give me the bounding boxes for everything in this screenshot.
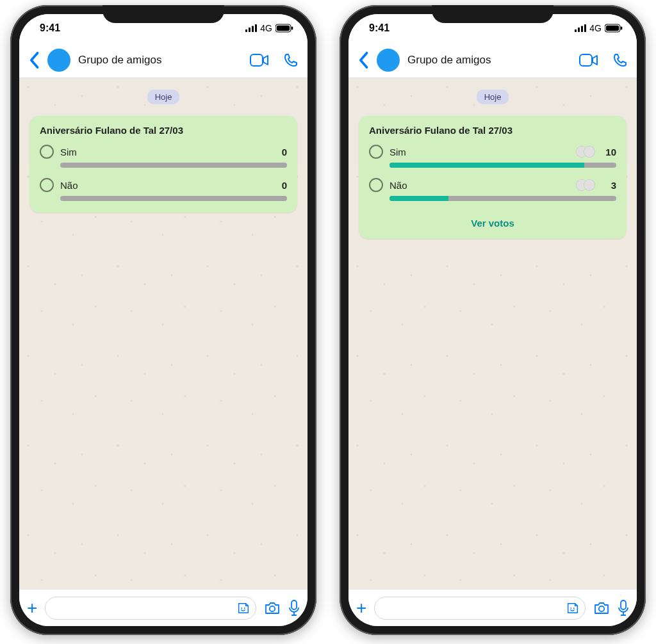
- poll-option-2[interactable]: Não 3: [369, 178, 616, 201]
- back-button[interactable]: [357, 51, 369, 69]
- network-label: 4G: [589, 23, 602, 33]
- sticker-icon[interactable]: [566, 601, 580, 615]
- poll-progress-bar: [390, 163, 616, 168]
- poll-option-2[interactable]: Não 0: [40, 178, 287, 201]
- svg-rect-7: [250, 54, 263, 66]
- poll-message: Aniversário Fulano de Tal 27/03 Sim 0 Nã…: [29, 116, 297, 213]
- phone-frame-left: 9:41 4G Grupo de amigos Hoje Aniversário…: [10, 5, 316, 635]
- svg-rect-0: [245, 29, 247, 32]
- radio-icon[interactable]: [369, 145, 383, 159]
- battery-icon: [275, 24, 293, 33]
- poll-option-1[interactable]: Sim 0: [40, 145, 287, 168]
- attach-button[interactable]: +: [356, 599, 366, 617]
- status-right: 4G: [575, 23, 623, 33]
- poll-option-1[interactable]: Sim 10: [369, 145, 616, 168]
- poll-message: Aniversário Fulano de Tal 27/03 Sim 10: [359, 116, 627, 239]
- status-time: 9:41: [369, 22, 390, 34]
- svg-rect-14: [575, 29, 577, 32]
- chat-header: Grupo de amigos: [348, 42, 637, 78]
- chat-body[interactable]: Hoje Aniversário Fulano de Tal 27/03 Sim…: [348, 78, 637, 589]
- poll-option-label: Não: [390, 180, 569, 191]
- avatar-icon: [583, 145, 596, 158]
- microphone-button[interactable]: [288, 600, 300, 616]
- svg-rect-21: [580, 54, 592, 66]
- radio-icon[interactable]: [40, 145, 54, 159]
- message-input-bar: +: [19, 589, 308, 626]
- chat-title[interactable]: Grupo de amigos: [407, 54, 571, 67]
- voter-avatars: [575, 145, 596, 158]
- status-time: 9:41: [40, 22, 60, 34]
- poll-question: Aniversário Fulano de Tal 27/03: [369, 125, 616, 136]
- poll-option-count: 0: [275, 180, 287, 191]
- voice-call-button[interactable]: [283, 52, 299, 68]
- view-votes-button[interactable]: Ver votos: [369, 211, 616, 230]
- voice-call-button[interactable]: [612, 52, 628, 68]
- battery-icon: [605, 24, 623, 33]
- poll-option-label: Sim: [390, 147, 569, 157]
- status-right: 4G: [245, 23, 293, 33]
- svg-point-8: [241, 608, 242, 609]
- chat-body[interactable]: Hoje Aniversário Fulano de Tal 27/03 Sim…: [19, 78, 308, 589]
- svg-rect-15: [578, 28, 580, 32]
- radio-icon[interactable]: [40, 178, 54, 192]
- sticker-icon[interactable]: [236, 601, 250, 615]
- notch: [102, 5, 224, 23]
- svg-rect-25: [621, 600, 626, 609]
- microphone-button[interactable]: [618, 600, 629, 616]
- voter-avatars: [575, 179, 596, 191]
- chat-avatar[interactable]: [47, 49, 70, 72]
- poll-option-count: 0: [275, 147, 287, 157]
- svg-rect-20: [621, 27, 622, 30]
- svg-point-23: [573, 608, 575, 609]
- chat-header: Grupo de amigos: [19, 42, 308, 78]
- svg-rect-5: [277, 26, 290, 31]
- video-call-button[interactable]: [250, 54, 269, 67]
- avatar-icon: [583, 179, 596, 191]
- radio-icon[interactable]: [369, 178, 383, 192]
- chat-avatar[interactable]: [377, 49, 400, 72]
- svg-point-22: [570, 608, 571, 609]
- svg-rect-3: [255, 24, 257, 32]
- svg-point-24: [599, 606, 604, 611]
- message-input-bar: +: [348, 589, 637, 626]
- poll-progress-bar: [60, 196, 287, 201]
- camera-button[interactable]: [593, 601, 610, 615]
- poll-option-count: 3: [605, 180, 616, 191]
- message-text-input[interactable]: [374, 597, 586, 620]
- attach-button[interactable]: +: [27, 599, 37, 617]
- date-separator: Hoje: [147, 90, 180, 104]
- date-separator: Hoje: [477, 90, 509, 104]
- svg-rect-6: [291, 27, 293, 30]
- camera-button[interactable]: [264, 601, 281, 615]
- video-call-button[interactable]: [579, 54, 598, 67]
- screen: 9:41 4G Grupo de amigos Hoje Aniversário…: [19, 14, 308, 626]
- svg-rect-1: [249, 28, 250, 32]
- poll-progress-bar: [60, 163, 287, 168]
- svg-rect-19: [606, 26, 619, 31]
- poll-option-label: Sim: [60, 147, 269, 157]
- svg-rect-11: [291, 600, 297, 609]
- svg-point-9: [244, 608, 245, 609]
- cellular-signal-icon: [575, 24, 586, 32]
- notch: [432, 5, 554, 23]
- network-label: 4G: [260, 23, 272, 33]
- svg-point-10: [270, 606, 275, 611]
- svg-rect-17: [584, 24, 586, 32]
- message-text-input[interactable]: [45, 597, 256, 620]
- phone-frame-right: 9:41 4G Grupo de amigos Hoje Aniversário…: [340, 5, 646, 635]
- screen: 9:41 4G Grupo de amigos Hoje Aniversário…: [348, 14, 637, 626]
- back-button[interactable]: [28, 51, 40, 69]
- poll-progress-bar: [390, 196, 616, 201]
- svg-rect-2: [252, 26, 254, 33]
- svg-rect-16: [581, 26, 583, 33]
- poll-option-label: Não: [60, 180, 269, 191]
- chat-title[interactable]: Grupo de amigos: [78, 54, 242, 67]
- cellular-signal-icon: [245, 24, 257, 32]
- poll-question: Aniversário Fulano de Tal 27/03: [40, 125, 287, 136]
- poll-option-count: 10: [605, 147, 616, 157]
